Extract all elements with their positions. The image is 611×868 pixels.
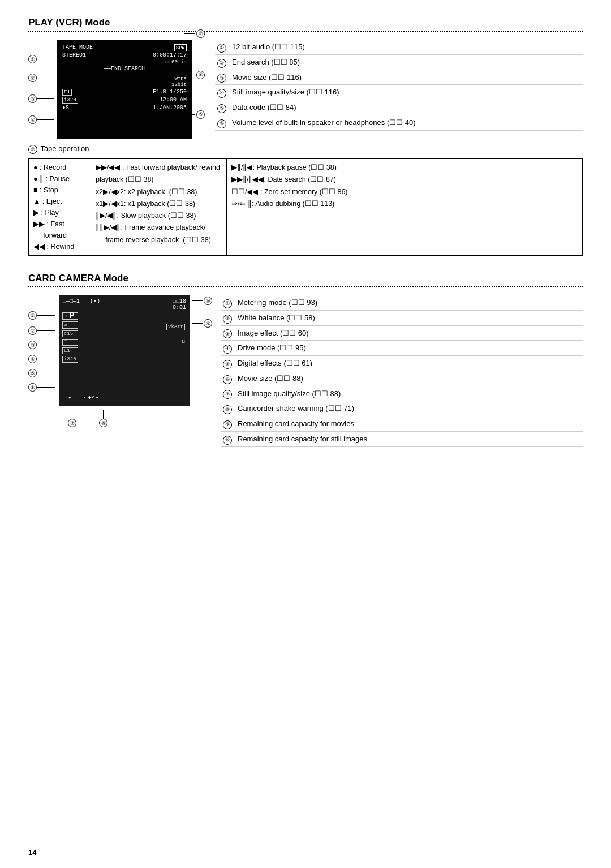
card-camera-section: CARD CAMERA Mode ① ② ③ ④ — [28, 273, 583, 447]
vcr-date: 1.JAN.2005 — [153, 105, 187, 111]
vcr-ann-5: ⑤ — [184, 110, 205, 119]
card-info-num-5: ⑤ — [223, 360, 232, 369]
ctrl-zero-mem: ☐☐/◀◀ : Zero set memory (☐☐ 86) — [231, 186, 578, 198]
vcr-info-row-2: ② End search (☐☐ 85) — [215, 54, 583, 70]
ann-num-4: ④ — [28, 115, 37, 124]
card-section-divider — [28, 286, 583, 287]
card-ann-7: ⑦ — [68, 410, 76, 427]
card-info-num-10: ⑩ — [223, 436, 232, 445]
vcr-f1: F1 — [62, 89, 72, 96]
ctrl-audio-dub: ⇒/⇐ ‖: Audio dubbing (☐☐ 113) — [231, 198, 578, 210]
card-icons-top-right: ☐☐18 0:01 — [173, 298, 186, 311]
vcr-info-num-5: ⑤ — [217, 104, 226, 113]
vcr-info-text-4: Still image quality/size (☐☐ 116) — [230, 85, 583, 100]
ctrl-eject: ▲ : Eject — [33, 196, 86, 207]
card-info-row-9: ⑨ Remaining card capacity for movies — [221, 416, 583, 432]
vcr-sp-badge: SP▶ — [174, 44, 187, 51]
card-screen-right-icons: VkAtt Ω — [166, 324, 185, 345]
card-ann-3: ③ — [28, 341, 55, 349]
card-ann-2: ② — [28, 326, 55, 335]
ctrl-pb-pause: ▶‖/‖◀: Playback pause (☐☐ 38) — [231, 162, 578, 174]
vcr-time2: 12:00 AM — [160, 97, 187, 104]
card-ann-num-4: ④ — [28, 355, 37, 363]
vcr-info-num-1: ① — [217, 44, 226, 53]
vcr-info-row-6: ⑥ Volume level of built-in speaker or he… — [215, 115, 583, 130]
card-screen-top: ☐—□—ī (•) ☐☐18 0:01 — [59, 295, 190, 312]
vcr-info-row-4: ④ Still image quality/size (☐☐ 116) — [215, 85, 583, 100]
vcr-info-num-2: ② — [217, 59, 226, 68]
card-ann-1: ① — [28, 311, 55, 320]
card-ann-8: ⑧ — [99, 410, 107, 427]
card-ann-line-5 — [37, 373, 55, 373]
card-info-row-6: ⑥ Movie size (☐☐ 88) — [221, 371, 583, 386]
card-info-num-3: ③ — [223, 329, 232, 338]
vcr-info-row-1: ① 12 bit audio (☐☐ 115) — [215, 40, 583, 54]
card-ann-line-2 — [37, 330, 55, 331]
card-ann-num-5: ⑤ — [28, 369, 37, 377]
card-ann-num-2: ② — [28, 326, 37, 335]
card-info-row-7: ⑦ Still image quality/size (☐☐ 88) — [221, 386, 583, 401]
ctrl-fast: ▶▶ : Fast forward — [33, 218, 86, 241]
vcr-f18: F1.8 1/250 — [153, 89, 187, 96]
ctrl-ffplay: ▶▶/◀◀ : Fast forward playback/ rewind pl… — [96, 162, 222, 186]
ann-line-4 — [37, 119, 54, 120]
card-ann-line-3 — [37, 345, 55, 345]
ctrl-x2: x2▶/◀x2: x2 playback (☐☐ 38) — [96, 186, 222, 198]
card-ann-num-3: ③ — [28, 341, 37, 349]
tape-op-num: ⑦ — [28, 145, 37, 154]
vcr-time: 0:00:17:17 — [153, 52, 187, 58]
card-screen: ☐—□—ī (•) ☐☐18 0:01 ☐ ⊕ c15 □ E1 i320 — [59, 295, 190, 406]
card-ann-9: ⑨ — [192, 319, 212, 328]
ann-num-1: ① — [28, 55, 37, 63]
ann-line-1 — [37, 59, 54, 59]
ctrl-pause: ● ‖ : Pause — [33, 173, 86, 184]
ann-line-3 — [37, 98, 54, 99]
controls-col3: ▶‖/‖◀: Playback pause (☐☐ 38) ▶▶‖/‖◀◀: D… — [227, 159, 583, 256]
card-info-row-2: ② White balance (☐☐ 58) — [221, 310, 583, 325]
card-ann-line-6 — [37, 387, 55, 388]
controls-table: ● : Record ● ‖ : Pause ■ : Stop ▲ : Ejec… — [28, 158, 583, 256]
vcr-ann-7: ⑦ — [184, 29, 205, 38]
card-info-text-3: Image effect (☐☐ 60) — [235, 325, 583, 341]
vcr-stereo: STEREO1 — [62, 52, 86, 58]
card-info-text-4: Drive mode (☐☐ 95) — [235, 341, 583, 356]
play-vcr-title: PLAY (VCR) Mode — [28, 17, 583, 28]
card-ann-line-1 — [37, 315, 55, 316]
vcr-12bit: 12bit — [62, 82, 187, 88]
card-info-num-7: ⑦ — [223, 390, 232, 399]
vcr-info-list: ① 12 bit audio (☐☐ 115) ② End search (☐☐… — [215, 40, 583, 139]
vcr-screen: ⑦ TAPE MODE SP▶ STEREO1 0:00:17:17 ☐☐60m… — [57, 40, 192, 139]
vcr-info-text-2: End search (☐☐ 85) — [230, 54, 583, 70]
vcr-left-annotations: ① ② ③ ④ — [28, 42, 54, 132]
card-info-num-6: ⑥ — [223, 375, 232, 384]
card-info-text-5: Digital effects (☐☐ 61) — [235, 356, 583, 371]
ctrl-slow: ‖▶/◀‖: Slow playback (☐☐ 38) — [96, 210, 222, 222]
card-p-label: P — [70, 311, 74, 320]
vcr-info-row-3: ③ Movie size (☐☐ 116) — [215, 70, 583, 85]
card-info-num-8: ⑧ — [223, 405, 232, 414]
ctrl-stop: ■ : Stop — [33, 184, 86, 196]
tape-op-label: ⑦ Tape operation — [28, 144, 583, 154]
card-info-text-7: Still image quality/size (☐☐ 88) — [235, 386, 583, 401]
ctrl-record: ● : Record — [33, 162, 86, 173]
vcr-info-text-6: Volume level of built-in speaker or head… — [230, 115, 583, 130]
controls-row: ● : Record ● ‖ : Pause ■ : Stop ▲ : Ejec… — [29, 159, 583, 256]
controls-col2: ▶▶/◀◀ : Fast forward playback/ rewind pl… — [91, 159, 227, 256]
ctrl-frame: ‖‖▶/◀‖: Frame advance playback/ frame re… — [96, 222, 222, 246]
controls-section: ● : Record ● ‖ : Pause ■ : Stop ▲ : Ejec… — [28, 158, 583, 256]
card-icons-top-left: ☐—□—ī (•) — [63, 298, 100, 311]
vcr-screen-content: TAPE MODE SP▶ STEREO1 0:00:17:17 ☐☐60min… — [62, 44, 187, 111]
card-ann-num-1: ① — [28, 311, 37, 320]
vcr-info-row-5: ⑤ Data code (☐☐ 84) — [215, 100, 583, 115]
card-screen-container: ① ② ③ ④ ⑤ — [28, 295, 209, 447]
card-info-num-9: ⑨ — [223, 420, 232, 429]
vcr-info-text-5: Data code (☐☐ 84) — [230, 100, 583, 115]
card-info-text-10: Remaining card capacity for still images — [235, 431, 583, 446]
vcr-info-num-3: ③ — [217, 74, 226, 83]
card-info-table: ① Metering mode (☐☐ 93) ② White balance … — [221, 295, 583, 447]
card-layout: ① ② ③ ④ ⑤ — [28, 295, 583, 447]
card-info-text-2: White balance (☐☐ 58) — [235, 310, 583, 325]
card-info-row-4: ④ Drive mode (☐☐ 95) — [221, 341, 583, 356]
card-info-text-9: Remaining card capacity for movies — [235, 416, 583, 432]
card-screen-bottom-icons: ✦ · +^• — [68, 394, 99, 401]
